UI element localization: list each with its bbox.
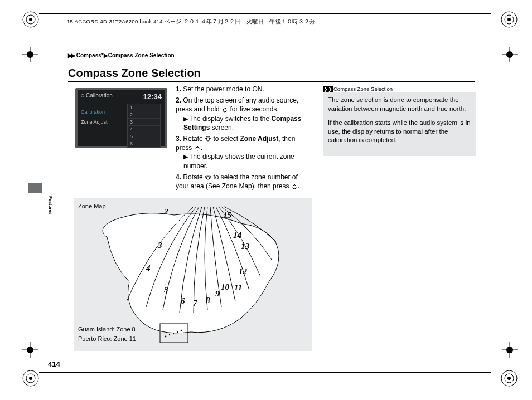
list-item: 1	[128, 104, 160, 111]
breadcrumb-part: Compass Zone Selection	[108, 52, 175, 58]
map-note-guam: Guam Island: Zone 8	[78, 325, 136, 335]
svg-point-11	[507, 377, 511, 380]
map-note-pr: Puerto Rico: Zone 11	[78, 334, 136, 344]
step-text: to select	[211, 135, 240, 143]
reg-mark-icon	[21, 10, 40, 29]
step-bold: Zone Adjust	[240, 135, 278, 143]
zone-label: 11	[234, 283, 242, 292]
breadcrumb-part: Compass	[76, 52, 101, 58]
zone-label: 4	[146, 264, 151, 273]
device-display-illustration: Calibration 12:34 Calibration Zone Adjus…	[75, 88, 167, 148]
zone-label: 15	[223, 211, 231, 220]
svg-point-34	[181, 330, 182, 331]
info-heading-text: Compass Zone Selection	[333, 86, 393, 92]
substep-arrow-icon: ▶	[183, 153, 189, 160]
substep-text: The display switches to the	[189, 115, 271, 123]
svg-point-8	[29, 377, 32, 380]
info-panel-heading: ❯❯Compass Zone Selection	[323, 85, 476, 92]
svg-point-2	[29, 18, 32, 21]
step-number: 3.	[176, 135, 181, 143]
selector-rotate-icon	[205, 175, 211, 181]
svg-point-24	[223, 109, 226, 112]
step-text: .	[298, 182, 299, 190]
header-rule	[39, 27, 491, 27]
svg-point-30	[165, 336, 167, 338]
list-item: 3	[128, 119, 160, 126]
breadcrumb: ▶▶ Compass*▶Compass Zone Selection	[68, 52, 175, 58]
selector-push-icon	[291, 184, 298, 189]
title-rule	[68, 81, 475, 82]
svg-point-32	[173, 333, 174, 334]
list-item: 5	[128, 133, 160, 140]
crosshair-icon	[22, 47, 38, 62]
zone-label: 7	[193, 299, 197, 308]
footer-rule	[39, 372, 491, 373]
zone-label: 6	[181, 296, 185, 306]
step-text: Rotate	[183, 135, 205, 143]
step-text: Set the power mode to ON.	[183, 85, 264, 93]
zone-label: 8	[206, 296, 210, 305]
display-menu-zone-adjust: Zone Adjust	[81, 117, 108, 127]
zone-label: 3	[158, 241, 162, 250]
reg-mark-icon	[500, 369, 519, 388]
info-paragraph: The zone selection is done to compensate…	[328, 96, 471, 113]
svg-point-28	[293, 186, 296, 189]
page-number: 414	[48, 360, 60, 368]
display-clock: 12:34	[143, 92, 162, 101]
step-text: .	[201, 144, 202, 152]
svg-point-5	[507, 18, 511, 21]
breadcrumb-sep: ▶	[104, 52, 108, 58]
zone-label: 13	[241, 242, 249, 251]
section-tab-marker	[28, 183, 42, 193]
list-item: 6	[128, 140, 160, 147]
selector-rotate-icon	[205, 136, 211, 142]
zone-label: 12	[239, 267, 247, 276]
list-item: 2	[128, 111, 160, 119]
list-item: 4	[128, 126, 160, 133]
header-meta-text: 15 ACCORD 4D-31T2A6200.book 414 ページ ２０１４…	[67, 18, 316, 26]
step-number: 4.	[176, 173, 181, 181]
selector-push-icon	[194, 145, 201, 151]
svg-point-25	[206, 138, 210, 141]
step-text: for five seconds.	[228, 105, 279, 113]
zone-label: 9	[215, 289, 220, 299]
selector-push-icon	[221, 107, 228, 113]
section-tab-label: Features	[48, 196, 53, 214]
svg-point-31	[169, 334, 170, 335]
reg-mark-icon	[500, 10, 519, 29]
header-rule	[39, 13, 491, 14]
step-text: Rotate	[183, 173, 205, 181]
zone-label: 5	[164, 285, 168, 295]
zone-label: 14	[233, 231, 241, 240]
crosshair-icon	[22, 342, 38, 358]
info-panel: The zone selection is done to compensate…	[323, 92, 476, 156]
display-zone-list: 1 2 3 4 5 6	[127, 104, 161, 148]
crosshair-icon	[502, 47, 518, 62]
page-title: Compass Zone Selection	[68, 67, 201, 80]
display-menu-calibration: Calibration	[81, 107, 108, 117]
svg-point-26	[196, 147, 199, 150]
display-header-label: Calibration	[86, 92, 113, 99]
breadcrumb-arrows: ▶▶	[68, 52, 75, 58]
instruction-steps: 1. Set the power mode to ON. 2. On the t…	[176, 85, 312, 193]
crosshair-icon	[502, 342, 518, 358]
substep-arrow-icon: ▶	[183, 115, 189, 122]
substep-text: screen.	[210, 124, 234, 131]
info-chevron-icon: ❯❯	[323, 86, 333, 92]
step-number: 2.	[176, 96, 181, 104]
reg-mark-icon	[21, 369, 40, 388]
zone-map-figure: Zone Map 2 3 4 5 6 7 8 9 10 11 12 13 14	[74, 198, 312, 351]
substep-text: The display shows the current zone numbe…	[183, 153, 294, 169]
zone-label: 2	[164, 207, 168, 217]
info-paragraph: If the calibration starts while the audi…	[328, 119, 471, 145]
step-number: 1.	[176, 85, 181, 93]
zone-label: 10	[221, 282, 229, 292]
svg-point-27	[206, 176, 210, 179]
svg-point-33	[177, 331, 178, 333]
